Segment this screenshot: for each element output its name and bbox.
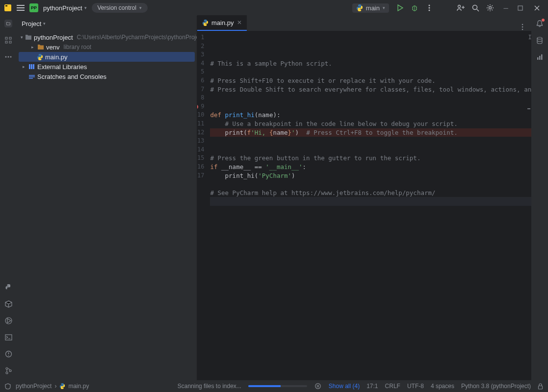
editor-gutter[interactable]: 1234567891011121314151617 [197,31,207,380]
svg-point-52 [315,384,321,389]
svg-rect-41 [33,64,34,69]
readonly-lock-icon[interactable] [538,383,543,390]
svg-point-19 [489,7,492,9]
svg-marker-30 [7,318,11,323]
tree-external-libraries[interactable]: ▸ External Libraries [19,62,195,72]
svg-rect-40 [31,64,32,69]
svg-point-13 [429,10,430,11]
expand-icon[interactable]: ▸ [29,45,35,49]
left-tool-strip [0,16,17,380]
chevron-down-icon: ▾ [139,5,142,10]
svg-point-27 [5,56,7,58]
right-tool-strip [531,16,548,380]
scanning-label: Scanning files to index... [178,383,241,390]
python-file-icon [59,383,65,389]
svg-rect-51 [541,54,543,60]
editor-code[interactable]: Indexing... # This is a sample Python sc… [207,31,531,380]
scroll-marker [526,31,531,380]
svg-rect-23 [5,37,7,39]
statusbar: pythonProject › main.py Scanning files t… [0,380,548,392]
titlebar: PP pythonProject ▾ Version control ▾ mai… [0,0,548,16]
tree-scratches[interactable]: Scratches and Consoles [19,72,195,81]
chevron-down-icon: ▾ [383,5,385,10]
svg-point-11 [429,5,430,6]
library-icon [28,63,35,70]
project-tree: ▾ pythonProject C:\Users\Alberto\Pycharm… [17,31,197,380]
version-control-dropdown[interactable]: Version control ▾ [92,3,148,13]
scratches-icon [28,73,35,80]
project-tool-icon[interactable] [4,20,12,27]
more-tools-icon[interactable] [4,53,12,61]
trust-icon[interactable] [5,383,11,390]
svg-point-35 [8,355,9,356]
breadcrumb[interactable]: pythonProject › main.py [16,383,89,390]
notifications-icon[interactable] [536,20,544,27]
project-name-dropdown[interactable]: pythonProject ▾ [43,4,87,12]
svg-rect-4 [17,10,25,11]
tree-root[interactable]: ▾ pythonProject C:\Users\Alberto\Pycharm… [19,32,195,42]
svg-rect-49 [537,57,539,60]
svg-rect-24 [9,37,11,39]
project-panel: Project ▾ ▾ pythonProject C:\Users\Alber… [17,16,197,380]
settings-icon[interactable] [486,4,494,12]
project-panel-header[interactable]: Project ▾ [17,16,197,31]
svg-point-17 [472,5,477,9]
chevron-down-icon: ▾ [43,21,46,26]
svg-rect-39 [29,64,30,69]
svg-rect-20 [518,6,522,10]
svg-point-46 [522,26,523,28]
svg-point-28 [8,56,9,58]
tree-venv[interactable]: ▸ venv library root [19,42,195,52]
services-icon[interactable] [4,317,12,324]
app-logo-icon[interactable] [4,4,12,12]
minimize-button[interactable]: ─ [501,4,511,12]
coverage-icon[interactable] [536,53,544,61]
database-icon[interactable] [536,36,544,44]
more-actions-icon[interactable] [425,4,433,12]
search-icon[interactable] [471,4,479,12]
terminal-icon[interactable] [4,333,12,341]
tab-actions-icon[interactable] [519,23,526,31]
svg-rect-1 [5,5,7,6]
svg-rect-54 [318,385,319,388]
python-file-icon [36,53,43,60]
main-menu-icon[interactable] [17,4,25,12]
caret-position[interactable]: 17:1 [366,383,378,390]
python-interpreter[interactable]: Python 3.8 (pythonProject) [461,383,531,390]
svg-rect-25 [5,41,7,43]
svg-rect-44 [29,78,33,79]
code-with-me-icon[interactable] [457,4,465,12]
svg-rect-26 [9,41,11,43]
pause-indexing-icon[interactable] [314,382,322,390]
svg-rect-43 [29,76,35,77]
python-packages-icon[interactable] [4,300,12,308]
indent-config[interactable]: 4 spaces [431,383,454,390]
editor-area: main.py ✕ 1234567891011121314151617 Inde… [197,16,531,380]
close-tab-icon[interactable]: ✕ [237,19,242,26]
run-button[interactable] [396,4,404,12]
svg-point-29 [10,56,12,58]
run-config-selector[interactable]: main ▾ [352,3,389,13]
tree-main-py[interactable]: main.py [19,52,195,62]
file-encoding[interactable]: UTF-8 [407,383,424,390]
svg-line-18 [477,9,479,11]
line-separator[interactable]: CRLF [385,383,400,390]
svg-rect-55 [539,386,543,389]
svg-rect-2 [17,5,25,6]
maximize-button[interactable] [518,5,527,11]
expand-icon[interactable]: ▸ [21,64,26,69]
svg-rect-32 [5,335,12,340]
debug-button[interactable] [411,4,418,12]
vcs-tool-icon[interactable] [4,367,12,374]
python-console-icon[interactable] [4,283,12,291]
index-progress [248,385,307,387]
chevron-down-icon: ▾ [84,5,87,10]
collapse-icon[interactable]: ▾ [21,35,23,40]
problems-icon[interactable] [4,350,12,358]
structure-tool-icon[interactable] [4,36,12,44]
svg-point-12 [429,7,430,9]
close-button[interactable] [534,5,544,11]
show-all-link[interactable]: Show all (4) [329,383,360,390]
folder-icon [25,34,32,41]
editor-tab-main-py[interactable]: main.py ✕ [197,15,247,31]
